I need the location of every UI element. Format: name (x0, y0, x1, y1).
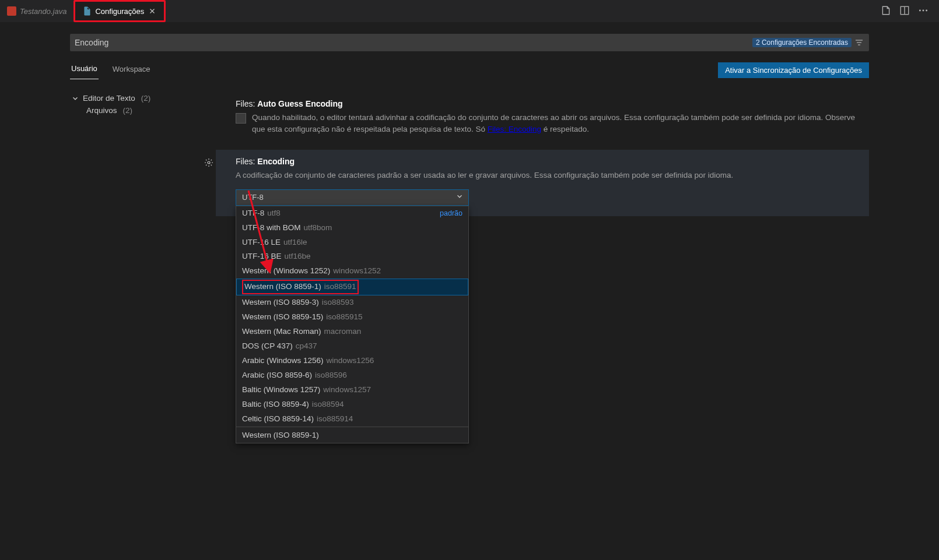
encoding-option[interactable]: Arabic (Windows 1256)windows1256 (236, 354, 468, 368)
setting-title: Files: Encoding (236, 157, 861, 166)
settings-search-input[interactable] (75, 38, 752, 47)
settings-main-area: Files: Auto Guess Encoding Quando habili… (216, 92, 869, 221)
encoding-option[interactable]: Celtic (ISO 8859-14)iso885914 (236, 412, 468, 427)
setting-files-encoding: Files: Encoding A codificação de conjunt… (216, 150, 869, 216)
settings-scope-row: Usuário Workspace Ativar a Sincronização… (70, 61, 869, 79)
tree-item-arquivos[interactable]: Arquivos (2) (70, 104, 206, 117)
svg-point-2 (919, 9, 921, 11)
encoding-option[interactable]: Baltic (ISO 8859-4)iso88594 (236, 397, 468, 412)
results-count-badge: 2 Configurações Encontradas (752, 38, 852, 47)
encoding-option[interactable]: DOS (CP 437)cp437 (236, 339, 468, 354)
encoding-option[interactable]: Western (ISO 8859-3)iso88593 (236, 295, 468, 310)
settings-search-bar: 2 Configurações Encontradas (70, 34, 869, 51)
encoding-dropdown: UTF-8utf8padrãoUTF-8 with BOMutf8bomUTF-… (236, 206, 469, 443)
settings-tree-sidebar: Editor de Texto (2) Arquivos (2) (70, 92, 216, 221)
more-actions-icon[interactable] (918, 5, 929, 17)
chevron-down-icon (456, 192, 464, 202)
encoding-option[interactable]: Arabic (ISO 8859-6)iso88596 (236, 368, 468, 383)
encoding-option[interactable]: UTF-16 LEutf16le (236, 235, 468, 250)
encoding-option[interactable]: Western (ISO 8859-1)iso88591 (236, 279, 468, 295)
encoding-select-wrap: UTF-8 UTF-8utf8padrãoUTF-8 with BOMutf8b… (236, 189, 469, 206)
tab-testando-java[interactable]: Testando.java (0, 0, 73, 22)
tree-label: Arquivos (86, 106, 117, 115)
editor-tab-bar: Testando.java Configurações (0, 0, 939, 22)
chevron-down-icon (71, 94, 79, 103)
split-editor-icon[interactable] (899, 5, 910, 17)
gear-icon[interactable] (204, 158, 213, 169)
dropdown-description: Western (ISO 8859-1) (236, 427, 468, 443)
java-file-icon (7, 6, 16, 16)
encoding-option[interactable]: Western (Windows 1252)windows1252 (236, 264, 468, 279)
settings-file-icon (82, 6, 92, 16)
sync-settings-button[interactable]: Ativar a Sincronização de Configurações (718, 62, 869, 78)
auto-guess-encoding-checkbox[interactable] (236, 113, 246, 124)
select-value: UTF-8 (242, 193, 264, 202)
encoding-select[interactable]: UTF-8 (236, 189, 469, 206)
close-icon[interactable] (148, 6, 157, 16)
tab-configuracoes[interactable]: Configurações (73, 0, 166, 22)
encoding-option[interactable]: Baltic (Windows 1257)windows1257 (236, 383, 468, 397)
open-changes-icon[interactable] (881, 5, 891, 17)
tree-count: (2) (123, 106, 133, 115)
files-encoding-link[interactable]: Files: Encoding (488, 125, 541, 133)
scope-tab-workspace[interactable]: Workspace (111, 61, 152, 79)
encoding-option[interactable]: Western (ISO 8859-15)iso885915 (236, 310, 468, 325)
setting-title: Files: Auto Guess Encoding (236, 99, 861, 108)
tree-item-editor-de-texto[interactable]: Editor de Texto (2) (70, 92, 206, 104)
setting-description: A codificação de conjunto de caracteres … (236, 170, 861, 181)
tree-count: (2) (141, 94, 151, 103)
encoding-option[interactable]: UTF-16 BEutf16be (236, 249, 468, 264)
tab-label: Configurações (95, 7, 144, 16)
setting-description: Quando habilitado, o editor tentará adiv… (252, 112, 861, 135)
svg-point-5 (208, 161, 210, 164)
encoding-option[interactable]: UTF-8utf8padrão (236, 206, 468, 221)
scope-tab-user[interactable]: Usuário (70, 61, 99, 79)
tab-label: Testando.java (20, 7, 66, 16)
encoding-option[interactable]: Western (Mac Roman)macroman (236, 325, 468, 339)
encoding-option[interactable]: UTF-8 with BOMutf8bom (236, 221, 468, 235)
filter-icon[interactable] (854, 37, 864, 48)
tab-bar-actions (881, 5, 939, 17)
tree-label: Editor de Texto (83, 94, 135, 103)
svg-point-3 (923, 9, 924, 11)
setting-files-auto-guess-encoding: Files: Auto Guess Encoding Quando habili… (216, 92, 869, 145)
svg-point-4 (926, 9, 927, 11)
